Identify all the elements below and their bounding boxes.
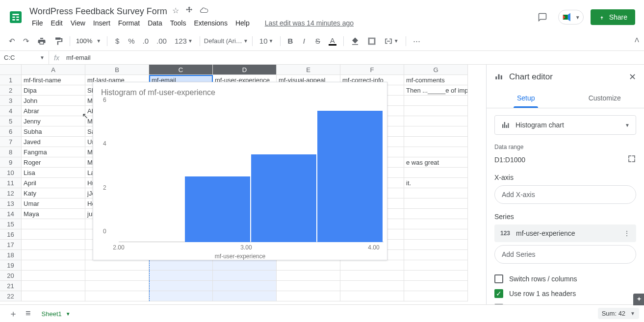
sidebar-title: Chart editor: [509, 72, 623, 82]
svg-rect-1: [498, 74, 500, 79]
add-series-button[interactable]: Add Series: [494, 245, 636, 264]
zoom-select[interactable]: 100%▼: [74, 37, 103, 45]
percent-icon[interactable]: %: [125, 35, 137, 47]
select-range-icon[interactable]: [627, 154, 636, 165]
svg-rect-4: [504, 122, 505, 128]
menu-insert[interactable]: Insert: [90, 18, 114, 28]
sheet-tab[interactable]: Sheet1▼: [35, 306, 77, 321]
data-range-label: Data range: [494, 144, 636, 150]
decrease-decimal-icon[interactable]: .0: [140, 35, 152, 47]
print-icon[interactable]: [34, 35, 49, 48]
series-menu-icon[interactable]: ⋮: [623, 229, 630, 237]
xaxis-label: X-axis: [494, 173, 636, 181]
svg-rect-6: [508, 123, 509, 128]
star-icon[interactable]: ☆: [172, 6, 179, 17]
font-size-select[interactable]: 10▼: [257, 35, 276, 47]
chart-title: Histogram of mf-user-experience: [101, 88, 379, 97]
chart-editor-sidebar: Chart editor ✕ Setup Customize Histogram…: [486, 65, 644, 304]
menu-file[interactable]: File: [28, 18, 47, 28]
last-edit-link[interactable]: Last edit was 14 minutes ago: [265, 19, 354, 27]
more-icon[interactable]: ⋯: [410, 35, 423, 48]
close-icon[interactable]: ✕: [629, 72, 636, 82]
font-select[interactable]: Default (Ari…▼: [204, 35, 248, 47]
menu-extensions[interactable]: Extensions: [190, 18, 231, 28]
chart-editor-icon: [494, 72, 503, 82]
add-sheet-icon[interactable]: ＋: [5, 305, 22, 322]
svg-rect-3: [502, 124, 503, 128]
collapse-toolbar-icon[interactable]: ᐱ: [635, 36, 639, 44]
menu-format[interactable]: Format: [115, 18, 143, 28]
redo-icon[interactable]: ↷: [20, 35, 32, 48]
svg-rect-2: [501, 75, 502, 79]
svg-rect-5: [506, 125, 507, 128]
tab-customize[interactable]: Customize: [566, 89, 644, 108]
toolbar: ↶ ↷ 100%▼ $ % .0 .00 123▼ Default (Ari…▼…: [0, 31, 644, 51]
all-sheets-icon[interactable]: ≡: [22, 305, 35, 322]
increase-decimal-icon[interactable]: .00: [154, 35, 170, 47]
paint-format-icon[interactable]: [51, 35, 66, 48]
chart-overlay[interactable]: Histogram of mf-user-experience 02462.00…: [93, 82, 387, 260]
data-range-value[interactable]: D1:D1000: [494, 156, 525, 164]
svg-rect-0: [495, 76, 497, 79]
sheet-tabs-bar: ＋ ≡ Sheet1▼ Sum: 42 ▼: [0, 304, 644, 322]
sheets-logo[interactable]: [6, 7, 26, 27]
comments-icon[interactable]: [534, 8, 551, 26]
fx-icon: fx: [49, 54, 64, 62]
strike-icon[interactable]: S: [312, 35, 324, 47]
name-box[interactable]: C:C▼: [0, 51, 49, 64]
merge-icon[interactable]: ▼: [381, 35, 402, 48]
chart-x-label: mf-user-experience: [101, 253, 379, 260]
fill-color-icon[interactable]: [348, 35, 362, 48]
chart-plot-area: 02462.003.004.00: [111, 100, 379, 242]
share-button[interactable]: Share: [591, 9, 635, 25]
menu-data[interactable]: Data: [144, 18, 166, 28]
move-icon[interactable]: [185, 6, 194, 17]
menu-tools[interactable]: Tools: [167, 18, 190, 28]
undo-icon[interactable]: ↶: [6, 35, 18, 48]
menu-edit[interactable]: Edit: [48, 18, 66, 28]
currency-icon[interactable]: $: [111, 35, 123, 47]
menu-bar: File Edit View Insert Format Data Tools …: [27, 18, 534, 28]
formula-input[interactable]: mf-email: [64, 54, 91, 61]
add-xaxis-button[interactable]: Add X-axis: [494, 185, 636, 204]
menu-help[interactable]: Help: [232, 18, 253, 28]
meet-button[interactable]: ▼: [558, 10, 584, 25]
switch-rows-cols-checkbox[interactable]: Switch rows / columns: [494, 274, 636, 283]
menu-view[interactable]: View: [67, 18, 89, 28]
cloud-icon[interactable]: [200, 6, 208, 17]
format-more-icon[interactable]: 123▼: [172, 35, 196, 47]
explore-icon[interactable]: [633, 294, 644, 305]
borders-icon[interactable]: [364, 35, 379, 48]
use-row1-checkbox[interactable]: ✓Use row 1 as headers: [494, 289, 636, 298]
text-color-icon[interactable]: A: [326, 35, 339, 48]
doc-title[interactable]: WordPress Feedback Survey Form: [29, 6, 167, 17]
bold-icon[interactable]: B: [284, 35, 296, 47]
tab-setup[interactable]: Setup: [487, 89, 566, 108]
series-chip[interactable]: 123 mf-user-experience ⋮: [494, 224, 636, 242]
share-label: Share: [609, 13, 627, 21]
chart-type-select[interactable]: Histogram chart ▼: [494, 115, 636, 135]
series-label: Series: [494, 213, 636, 221]
italic-icon[interactable]: I: [298, 35, 310, 47]
status-sum[interactable]: Sum: 42: [602, 310, 625, 317]
